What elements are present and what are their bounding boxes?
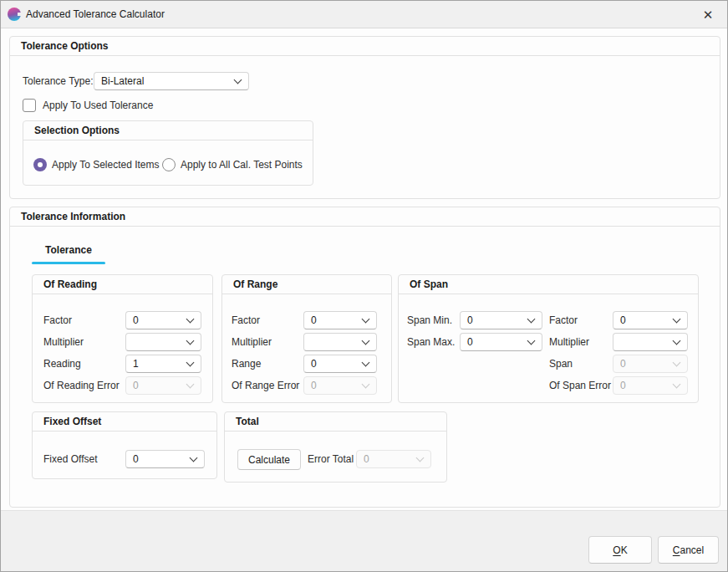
error-total-dropdown: 0 — [356, 450, 431, 468]
tolerance-type-dropdown[interactable]: Bi-Lateral — [94, 72, 249, 90]
error-total-value: 0 — [364, 453, 369, 465]
total-group: Total Calculate Error Total 0 — [224, 411, 447, 483]
factor-dropdown[interactable]: 0 — [125, 311, 201, 329]
factor-dropdown[interactable]: 0 — [303, 311, 377, 329]
reading-value: 1 — [133, 358, 139, 370]
of-range-title: Of Range — [222, 275, 391, 294]
tolerance-options-title: Tolerance Options — [10, 37, 720, 56]
chevron-down-icon — [362, 314, 370, 323]
radio-apply-to-all-cal-test-points[interactable] — [162, 158, 176, 171]
close-button[interactable]: ✕ — [689, 1, 727, 28]
fixed-offset-value: 0 — [133, 453, 139, 465]
chevron-down-icon — [234, 75, 242, 84]
reading-dropdown[interactable]: 1 — [125, 355, 201, 373]
factor-value: 0 — [133, 314, 139, 326]
span-label: Span — [549, 355, 573, 373]
span-value: 0 — [620, 358, 626, 370]
chevron-down-icon — [673, 380, 681, 388]
of-reading-error-label: Of Reading Error — [43, 376, 120, 395]
span-min-label: Span Min. — [407, 311, 452, 329]
factor-value: 0 — [311, 314, 317, 326]
multiplier-dropdown[interactable] — [125, 333, 201, 351]
reading-label: Reading — [43, 355, 81, 373]
app-logo-icon — [8, 8, 21, 21]
factor-label: Factor — [549, 311, 578, 329]
chevron-down-icon — [186, 336, 195, 345]
advanced-tolerance-calculator-dialog: Advanced Tolerance Calculator ✕ Toleranc… — [0, 0, 728, 572]
of-reading-error-dropdown: 0 — [125, 376, 201, 395]
of-span-error-value: 0 — [620, 380, 626, 391]
factor-dropdown[interactable]: 0 — [613, 311, 688, 329]
span-min-value: 0 — [467, 314, 473, 326]
of-span-group: Of Span Span Min. 0 Span Max. 0 Factor 0… — [398, 274, 699, 403]
of-span-error-dropdown: 0 — [613, 376, 688, 395]
factor-label: Factor — [232, 311, 260, 329]
span-min-dropdown[interactable]: 0 — [460, 311, 542, 329]
of-span-error-label: Of Span Error — [549, 376, 611, 395]
apply-to-used-tolerance-checkbox[interactable] — [23, 99, 36, 112]
chevron-down-icon — [673, 314, 681, 323]
tab-tolerance[interactable]: Tolerance — [32, 244, 105, 266]
of-reading-group: Of Reading Factor 0 Multiplier Reading 1… — [32, 274, 213, 403]
multiplier-label: Multiplier — [549, 333, 589, 351]
of-span-title: Of Span — [399, 275, 698, 294]
error-total-label: Error Total — [308, 450, 354, 468]
of-reading-title: Of Reading — [33, 275, 212, 294]
footer: OK Cancel — [1, 510, 727, 571]
fixed-offset-title: Fixed Offset — [33, 412, 216, 432]
ok-button-label: K — [621, 544, 628, 556]
titlebar: Advanced Tolerance Calculator ✕ — [1, 1, 727, 28]
range-label: Range — [232, 355, 261, 373]
chevron-down-icon — [673, 336, 681, 345]
of-range-error-dropdown: 0 — [303, 376, 377, 395]
radio-apply-to-selected-items-label: Apply To Selected Items — [52, 156, 160, 174]
apply-to-used-tolerance-label: Apply To Used Tolerance — [43, 96, 153, 115]
tolerance-type-value: Bi-Lateral — [101, 75, 144, 87]
factor-label: Factor — [43, 311, 72, 329]
chevron-down-icon — [190, 453, 198, 462]
span-max-label: Span Max. — [407, 333, 455, 351]
factor-value: 0 — [620, 314, 626, 326]
of-range-error-value: 0 — [311, 380, 317, 391]
window-title: Advanced Tolerance Calculator — [26, 1, 165, 28]
radio-apply-to-selected-items[interactable] — [33, 158, 47, 171]
chevron-down-icon — [362, 380, 370, 388]
calculate-button-label: Calculate — [248, 454, 290, 466]
close-icon: ✕ — [703, 8, 714, 23]
tolerance-information-title: Tolerance Information — [10, 207, 720, 227]
span-dropdown: 0 — [613, 355, 688, 373]
tolerance-information-group: Tolerance Information Tolerance Of Readi… — [9, 207, 720, 508]
fixed-offset-dropdown[interactable]: 0 — [125, 450, 205, 468]
tolerance-type-label: Tolerance Type: — [23, 72, 94, 90]
tolerance-options-group: Tolerance Options Tolerance Type: Bi-Lat… — [9, 36, 720, 199]
chevron-down-icon — [186, 358, 195, 366]
ok-button[interactable]: OK — [588, 536, 652, 564]
of-range-group: Of Range Factor 0 Multiplier Range 0 Of … — [221, 274, 392, 403]
of-range-error-label: Of Range Error — [232, 376, 299, 395]
ok-button-mnemonic: O — [613, 544, 620, 556]
selection-options-title: Selection Options — [23, 121, 313, 140]
chevron-down-icon — [362, 358, 370, 366]
chevron-down-icon — [673, 358, 681, 366]
chevron-down-icon — [527, 336, 536, 345]
chevron-down-icon — [186, 314, 195, 323]
multiplier-dropdown[interactable] — [613, 333, 688, 351]
calculate-button[interactable]: Calculate — [237, 449, 301, 470]
fixed-offset-group: Fixed Offset Fixed Offset 0 — [32, 411, 217, 479]
range-value: 0 — [311, 358, 317, 370]
range-dropdown[interactable]: 0 — [303, 355, 377, 373]
of-reading-error-value: 0 — [133, 380, 139, 391]
radio-apply-to-all-cal-test-points-label: Apply to All Cal. Test Points — [181, 156, 303, 174]
multiplier-label: Multiplier — [43, 333, 84, 351]
cancel-button-label: ancel — [680, 544, 704, 556]
chevron-down-icon — [416, 453, 425, 462]
tab-tolerance-label: Tolerance — [45, 244, 92, 256]
chevron-down-icon — [527, 314, 536, 323]
multiplier-dropdown[interactable] — [303, 333, 377, 351]
chevron-down-icon — [362, 336, 370, 345]
span-max-dropdown[interactable]: 0 — [460, 333, 542, 351]
tab-active-indicator — [32, 262, 105, 264]
multiplier-label: Multiplier — [232, 333, 272, 351]
fixed-offset-label: Fixed Offset — [43, 450, 97, 468]
cancel-button[interactable]: Cancel — [658, 536, 719, 564]
